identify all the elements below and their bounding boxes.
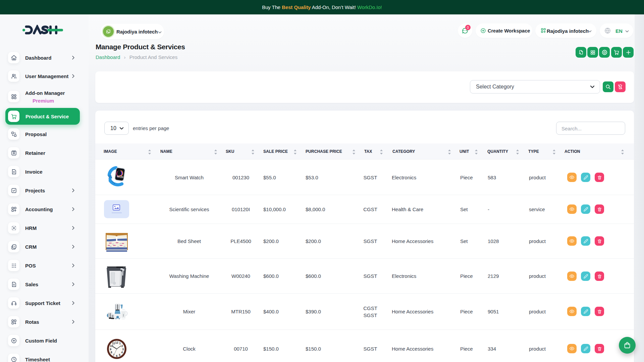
svg-text:3: 3 — [122, 348, 124, 351]
svg-text:4: 4 — [121, 351, 123, 354]
svg-text:9: 9 — [110, 348, 111, 351]
svg-text:12: 12 — [115, 341, 118, 344]
svg-text:11: 11 — [112, 342, 115, 345]
svg-text:2: 2 — [121, 344, 123, 348]
svg-text:1: 1 — [119, 342, 121, 345]
svg-text:8: 8 — [111, 351, 112, 354]
svg-text:7: 7 — [113, 353, 115, 357]
svg-text:5: 5 — [119, 353, 120, 357]
svg-text:6: 6 — [116, 354, 118, 358]
